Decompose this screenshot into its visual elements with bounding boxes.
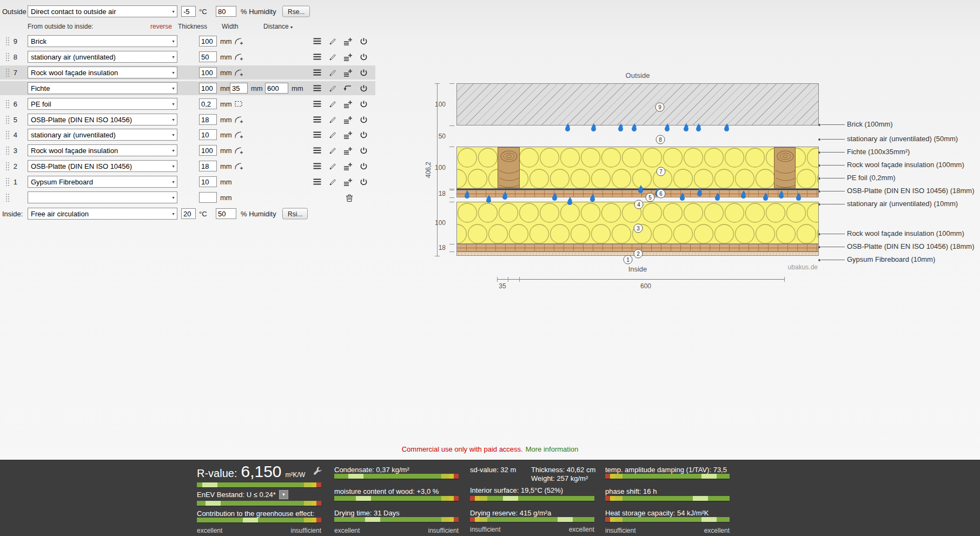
foil-texture-icon[interactable] [234,99,243,109]
inside-contact-select[interactable]: Free air circulation ▼ [28,208,177,220]
add-layer-icon[interactable] [343,161,353,171]
enev-dropdown-icon[interactable]: ▼ [279,490,288,499]
results-bar: R-value: 6,150 m²K/W EnEV Bestand: U ≤ 0… [0,460,980,536]
add-layer-icon[interactable] [343,36,353,46]
thickness-input[interactable] [199,161,217,171]
layer-material-select[interactable]: stationary air (unventilated)▼ [28,129,177,141]
chevron-down-icon: ▼ [169,196,175,200]
edit-layer-icon[interactable] [328,130,337,140]
edit-layer-icon[interactable] [328,36,337,46]
thickness-input[interactable] [199,67,217,78]
edit-layer-icon[interactable] [328,68,337,77]
toggle-layer-icon[interactable] [359,177,368,187]
outside-contact-select[interactable]: Direct contact to outside air ▼ [28,5,177,17]
thickness-input[interactable] [199,98,217,109]
edit-layer-icon[interactable] [328,161,337,171]
layer-menu-icon[interactable] [312,83,322,93]
wrench-icon[interactable] [313,466,322,475]
add-layer-icon[interactable] [343,177,353,187]
layer-menu-icon[interactable] [312,161,322,171]
toggle-layer-icon[interactable] [359,115,368,124]
inside-humidity-input[interactable] [216,208,236,219]
width-unit: mm [251,84,263,92]
reverse-link[interactable]: reverse [150,23,172,30]
thickness-input[interactable] [199,51,217,62]
edit-layer-icon[interactable] [328,52,337,62]
layer-material-select[interactable]: OSB-Platte (DIN EN ISO 10456)▼ [28,160,177,172]
hatch-rotate-icon[interactable] [234,145,243,155]
rsi-button[interactable]: Rsi... [282,208,308,220]
hatch-rotate-icon[interactable] [234,68,243,77]
toggle-layer-icon[interactable] [359,83,368,93]
scale-left: insufficient [470,526,500,533]
layer-material-select[interactable]: Rock wool façade insulation▼ [28,67,177,78]
outside-temp-input[interactable] [181,6,196,17]
thickness-input[interactable] [199,145,217,156]
toggle-layer-icon[interactable] [359,161,368,171]
layer-material-select[interactable]: ▼ [28,191,177,203]
thickness-input[interactable] [199,129,217,140]
leader-dot [818,203,820,206]
hatch-rotate-icon[interactable] [234,130,243,140]
width-input[interactable] [230,83,248,94]
condensate-droplet-icon [638,188,643,193]
layer-marker: 5 [646,193,655,202]
layer-material-select[interactable]: Gypsum Fibreboard▼ [28,176,177,188]
add-layer-icon[interactable] [343,99,353,109]
layer-number: 2 [8,162,17,170]
layer-menu-icon[interactable] [312,52,322,62]
layer-name-label: stationary air (unventilated) (50mm) [847,135,958,143]
layer-number: 1 [8,178,17,186]
layer-menu-icon[interactable] [312,68,322,77]
layer-material-select[interactable]: PE foil▼ [28,98,177,110]
thickness-input[interactable] [199,36,217,47]
drag-handle-icon[interactable] [3,193,12,202]
hatch-rotate-icon[interactable] [234,115,243,124]
add-layer-icon[interactable] [343,145,353,155]
layer-menu-icon[interactable] [312,145,322,155]
hatch-rotate-icon[interactable] [234,52,243,62]
thickness-input[interactable] [199,176,217,187]
toggle-layer-icon[interactable] [359,52,368,62]
outside-zone-label: Outside [456,71,819,80]
layer-menu-icon[interactable] [312,99,322,109]
rse-button[interactable]: Rse... [282,6,310,17]
edit-layer-icon[interactable] [328,177,337,187]
add-layer-icon[interactable] [343,130,353,140]
layer-thickness-dim: 100 [419,101,446,108]
layer-material-select[interactable]: stationary air (unventilated)▼ [28,51,177,63]
edit-layer-icon[interactable] [328,115,337,124]
layer-menu-icon[interactable] [312,36,322,46]
thickness-input[interactable] [199,192,217,203]
delete-layer-icon[interactable] [345,193,354,202]
add-layer-icon[interactable] [343,68,353,77]
inside-temp-input[interactable] [181,208,196,219]
distance-input[interactable] [265,83,288,94]
toggle-layer-icon[interactable] [359,36,368,46]
edit-layer-icon[interactable] [328,83,337,93]
more-information-link[interactable]: More information [526,445,579,453]
layer-menu-icon[interactable] [312,115,322,124]
hatch-rotate-icon[interactable] [234,36,243,46]
col-distance[interactable]: Distance ▾ [263,23,293,30]
layer-menu-icon[interactable] [312,130,322,140]
add-layer-icon[interactable] [343,52,353,62]
layer-material-select[interactable]: OSB-Platte (DIN EN ISO 10456)▼ [28,114,177,125]
layer-material-select[interactable]: Fichte▼ [28,82,177,94]
hatch-rotate-icon[interactable] [234,161,243,171]
toggle-layer-icon[interactable] [359,99,368,109]
toggle-layer-icon[interactable] [359,130,368,140]
toggle-layer-icon[interactable] [359,68,368,77]
layer-material-select[interactable]: Brick▼ [28,35,177,47]
reset-section-icon[interactable] [343,83,353,93]
thickness-input[interactable] [199,114,217,125]
layer-material-select[interactable]: Rock wool façade insulation▼ [28,144,177,156]
add-layer-icon[interactable] [343,115,353,124]
edit-layer-icon[interactable] [328,99,337,109]
thickness-input[interactable] [199,83,217,94]
outside-humidity-input[interactable] [216,6,236,17]
toggle-layer-icon[interactable] [359,145,368,155]
edit-layer-icon[interactable] [328,145,337,155]
layer-menu-icon[interactable] [312,177,322,187]
inside-temp-unit: °C [199,210,207,218]
